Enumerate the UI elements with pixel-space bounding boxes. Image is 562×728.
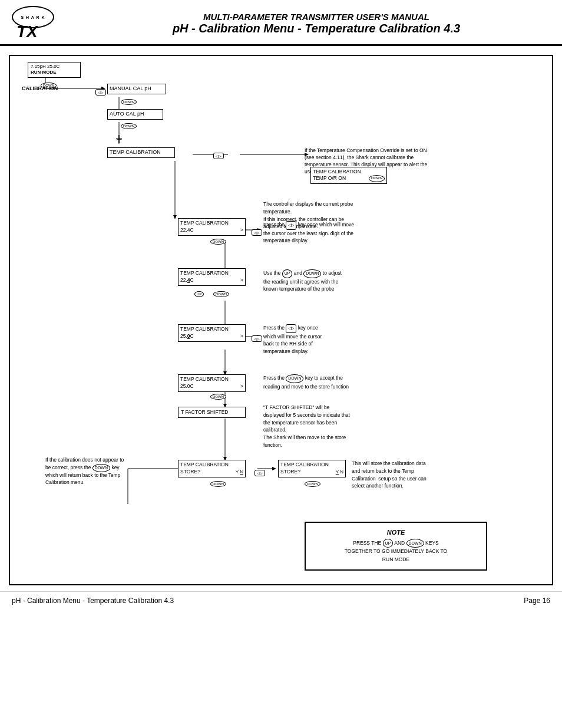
title2: pH - Calibration Menu - Temperature Cali…	[82, 22, 550, 35]
enter-btn-manual[interactable]: ◁▷	[95, 85, 106, 96]
manual-cal-box: MANUAL CAL pH	[107, 84, 166, 94]
temp-cal-22-4c-cursor-box: TEMP CALIBRATION 22.4C >	[178, 268, 246, 286]
run-mode-box: 7.15pH 25.0C RUN MODE	[28, 62, 81, 78]
svg-marker-13	[173, 215, 177, 219]
desc-if-wrong: If the calibration does not appear to be…	[45, 457, 172, 486]
desc-press-enter: Press the ◁▷ key once which will move th…	[263, 221, 446, 245]
desc-press-down: Press the DOWN key to accept the reading…	[263, 374, 446, 390]
temp-cal-store2-box: TEMP CALIBRATION STORE? Y N	[278, 460, 346, 477]
desc-use-up-down: Use the UP and DOWN to adjust the readin…	[263, 269, 446, 293]
down-btn-manual[interactable]: DOWN	[121, 95, 137, 106]
logo-area: S H A R K TX	[12, 6, 77, 41]
note-box: NOTE PRESS THE UP AND DOWN KEYS TOGETHER…	[305, 522, 487, 571]
header-text: MULTI-PARAMETER TRANSMITTER USER'S MANUA…	[77, 12, 550, 35]
down-btn-22-4c[interactable]: DOWN	[210, 235, 226, 245]
temp-or-on-box: TEMP CALIBRATION TEMP O/R ON DOWN	[310, 167, 387, 184]
temp-cal-25-0c-cursor-box: TEMP CALIBRATION 25.0C >	[178, 324, 246, 342]
t-factor-box: T FACTOR SHIFTED	[178, 407, 246, 418]
enter-btn-22-4c[interactable]: ◁▷	[252, 226, 262, 236]
footer-right: Page 16	[524, 597, 550, 605]
enter-btn-store[interactable]: ◁▷	[254, 466, 265, 477]
down-btn-store[interactable]: DOWN	[210, 477, 226, 487]
svg-marker-29	[272, 467, 276, 470]
note-title: NOTE	[315, 529, 477, 536]
tx-logo: TX	[16, 22, 38, 41]
temp-cal-store-box: TEMP CALIBRATION STORE? Y N	[178, 460, 246, 477]
tick-mark: ╫	[117, 135, 122, 143]
temp-cal-box1: TEMP CALIBRATION	[107, 147, 175, 158]
temp-cal-22-4c-box: TEMP CALIBRATION 22.4C >	[178, 218, 246, 236]
down-btn-25-0c[interactable]: DOWN	[210, 390, 226, 400]
footer-left: pH - Calibration Menu - Temperature Cali…	[12, 597, 174, 605]
desc-t-factor: "T FACTOR SHIFTED" will be displayed for…	[263, 404, 446, 449]
up-btn-22-4c[interactable]: UP	[194, 287, 204, 298]
down-btn-auto[interactable]: DOWN	[121, 119, 137, 130]
enter-btn-25-0c[interactable]: ◁▷	[252, 332, 262, 342]
diagram-area: 7.15pH 25.0C RUN MODE DOWN CALIBRATION M…	[9, 55, 553, 585]
enter-btn-tempcal[interactable]: ◁▷	[213, 149, 224, 160]
footer: pH - Calibration Menu - Temperature Cali…	[0, 591, 562, 610]
down-btn-store2[interactable]: DOWN	[305, 477, 320, 487]
calibration-label: CALIBRATION	[22, 85, 58, 91]
desc-press-enter2: Press the ◁▷ key once which will move th…	[263, 324, 405, 355]
title1: MULTI-PARAMETER TRANSMITTER USER'S MANUA…	[82, 12, 550, 22]
note-text: PRESS THE UP AND DOWN KEYS TOGETHER TO G…	[315, 539, 477, 564]
auto-cal-box: AUTO CAL pH	[107, 109, 163, 120]
down-btn-22-4c-adj[interactable]: DOWN	[213, 287, 229, 298]
desc-store-data: This will store the calibration data and…	[352, 460, 520, 490]
diagram-lines	[10, 56, 552, 584]
header: S H A R K TX MULTI-PARAMETER TRANSMITTER…	[0, 0, 562, 46]
